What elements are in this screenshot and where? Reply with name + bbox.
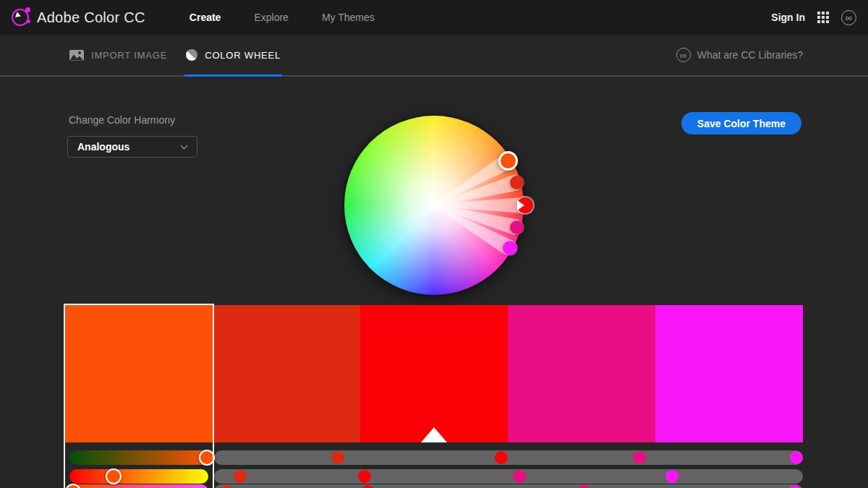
wheel-handle-4[interactable]	[510, 221, 524, 234]
creative-cloud-icon[interactable]: ∞	[841, 10, 856, 25]
tab-label: COLOR WHEEL	[205, 50, 281, 61]
wheel-handle-5[interactable]	[503, 241, 517, 255]
topbar-right: Sign In ∞	[771, 10, 856, 25]
tab-label: IMPORT IMAGE	[91, 50, 167, 61]
g-slider-handle-swatch-2[interactable]	[234, 470, 247, 483]
r-slider-handle-swatch-1[interactable]	[199, 450, 215, 466]
swatch-1[interactable]	[65, 305, 213, 442]
b-slider-track-selected[interactable]	[69, 484, 208, 488]
tabbar: IMPORT IMAGECOLOR WHEEL ∞ What are CC Li…	[0, 35, 868, 77]
tab-import-image[interactable]: IMPORT IMAGE	[69, 35, 167, 75]
apps-grid-icon[interactable]	[817, 12, 829, 23]
logo-pointer-icon	[15, 12, 25, 20]
g-slider-handle-swatch-1[interactable]	[106, 468, 122, 484]
adobe-color-cc-page: { "colors": { "accent_blue": "#1473E6", …	[0, 0, 868, 488]
tabs: IMPORT IMAGECOLOR WHEEL	[69, 35, 281, 75]
r-slider-track-selected[interactable]	[69, 450, 208, 465]
tab-color-wheel[interactable]: COLOR WHEEL	[186, 35, 281, 75]
g-slider-handle-swatch-4[interactable]	[513, 470, 526, 483]
harmony-dropdown[interactable]: Analogous	[67, 136, 197, 158]
b-slider-track[interactable]	[214, 484, 803, 488]
color-wheel[interactable]	[344, 116, 524, 295]
swatch-4[interactable]	[508, 305, 655, 442]
brand-link[interactable]: Adobe Color CC	[12, 9, 145, 26]
harmony-label: Change Color Harmony	[69, 114, 175, 126]
adobe-color-logo-icon	[12, 9, 29, 26]
apps-grid-dots	[817, 12, 820, 14]
swatch-2[interactable]	[213, 305, 360, 442]
g-slider-track-selected[interactable]	[69, 469, 208, 484]
g-slider-track[interactable]	[214, 469, 803, 484]
r-slider-handle-swatch-3[interactable]	[495, 451, 508, 464]
harmony-spoke	[431, 172, 520, 216]
cc-libraries-link[interactable]: ∞ What are CC Libraries?	[676, 35, 803, 75]
topnav: CreateExploreMy Themes	[173, 0, 391, 35]
app-title: Adobe Color CC	[37, 9, 145, 26]
save-color-theme-button[interactable]: Save Color Theme	[681, 112, 801, 134]
base-pointer-icon	[517, 200, 529, 210]
palette	[65, 305, 803, 442]
harmony-spoke	[431, 195, 520, 239]
sliders	[65, 450, 803, 488]
r-slider-handle-swatch-5[interactable]	[790, 451, 803, 464]
swatch-5[interactable]	[655, 305, 803, 442]
r-slider-track[interactable]	[214, 450, 803, 465]
chevron-down-icon	[181, 142, 188, 150]
topbar: Adobe Color CC CreateExploreMy Themes Si…	[0, 0, 868, 35]
wheel-handle-1[interactable]	[498, 151, 518, 171]
wheel-handle-3[interactable]	[517, 197, 533, 213]
nav-item-my-themes[interactable]: My Themes	[305, 0, 391, 35]
g-slider-handle-swatch-3[interactable]	[358, 470, 371, 483]
import-image-icon	[69, 50, 84, 61]
base-color-marker	[421, 427, 447, 442]
harmony-spoke	[434, 194, 525, 216]
swatch-3[interactable]	[360, 305, 508, 442]
wheel-handle-2[interactable]	[510, 176, 524, 189]
color-wheel-icon	[186, 49, 197, 61]
harmony-selected-value: Analogous	[68, 141, 182, 153]
creative-cloud-icon: ∞	[676, 48, 691, 62]
nav-item-explore[interactable]: Explore	[237, 0, 305, 35]
g-slider-handle-swatch-5[interactable]	[665, 470, 678, 483]
cc-libraries-label: What are CC Libraries?	[697, 49, 803, 61]
sign-in-link[interactable]: Sign In	[771, 12, 805, 23]
nav-item-create[interactable]: Create	[173, 0, 238, 35]
